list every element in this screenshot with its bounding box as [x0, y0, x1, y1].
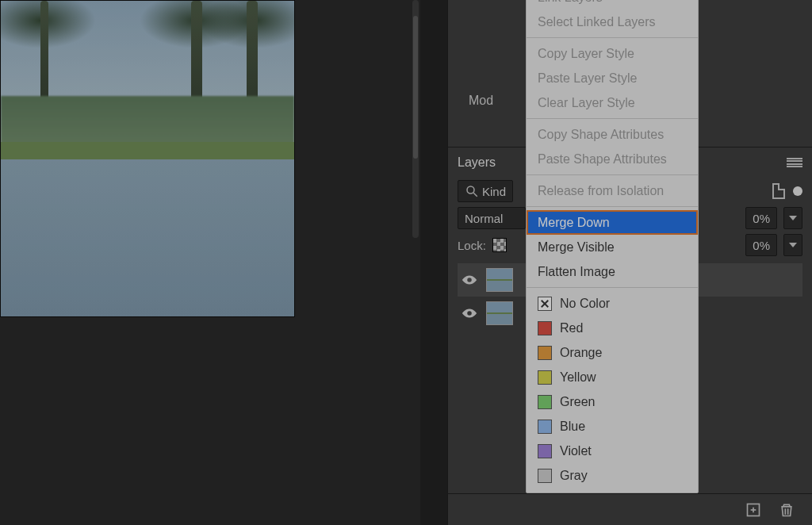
visibility-toggle[interactable]	[461, 274, 478, 286]
color-swatch	[538, 321, 552, 335]
fill-dropdown[interactable]	[783, 234, 802, 256]
menu-item-copy-shape-attributes: Copy Shape Attributes	[527, 122, 698, 147]
layer-context-menu[interactable]: Link LayersSelect Linked LayersCopy Laye…	[526, 0, 699, 493]
menu-color-gray[interactable]: Gray	[527, 463, 698, 488]
trash-icon[interactable]	[779, 502, 795, 518]
layer-thumbnail[interactable]	[486, 268, 513, 292]
color-label: Yellow	[560, 370, 596, 385]
blend-mode-select[interactable]: Normal	[458, 207, 526, 229]
eye-icon	[461, 274, 478, 286]
panel-menu-icon[interactable]	[787, 158, 802, 167]
menu-item-merge-down[interactable]: Merge Down	[527, 210, 698, 235]
menu-color-blue[interactable]: Blue	[527, 414, 698, 439]
menu-item-release-from-isolation: Release from Isolation	[527, 178, 698, 203]
menu-separator	[527, 174, 698, 175]
new-layer-icon[interactable]	[745, 502, 761, 518]
color-label: Violet	[560, 444, 592, 458]
blend-mode-value: Normal	[465, 212, 503, 225]
menu-color-green[interactable]: Green	[527, 389, 698, 414]
layer-thumbnail[interactable]	[486, 301, 513, 325]
menu-separator	[527, 287, 698, 288]
menu-item-merge-visible[interactable]: Merge Visible	[527, 235, 698, 259]
color-label: Green	[560, 395, 595, 409]
properties-mode-label: Mod	[469, 94, 493, 107]
search-icon	[465, 184, 479, 198]
menu-color-red[interactable]: Red	[527, 316, 698, 340]
menu-color-yellow[interactable]: Yellow	[527, 365, 698, 389]
menu-color-no-color[interactable]: No Color	[527, 291, 698, 316]
color-swatch	[538, 395, 552, 409]
document-icon[interactable]	[772, 183, 785, 199]
canvas-scrollbar[interactable]	[412, 0, 419, 238]
color-label: Red	[560, 321, 583, 335]
menu-item-clear-layer-style: Clear Layer Style	[527, 90, 698, 115]
menu-item-copy-layer-style: Copy Layer Style	[527, 41, 698, 66]
svg-point-0	[467, 186, 474, 194]
color-swatch	[538, 370, 552, 385]
menu-color-violet[interactable]: Violet	[527, 439, 698, 463]
lock-label: Lock:	[458, 239, 486, 252]
menu-item-paste-layer-style: Paste Layer Style	[527, 66, 698, 90]
menu-item-select-linked-layers: Select Linked Layers	[527, 10, 698, 34]
layers-panel-title: Layers	[458, 155, 496, 170]
color-swatch	[538, 469, 552, 483]
layers-panel-footer	[447, 493, 812, 525]
layer-filter-kind[interactable]: Kind	[458, 180, 513, 202]
menu-item-paste-shape-attributes: Paste Shape Attributes	[527, 147, 698, 171]
menu-separator	[527, 37, 698, 38]
document-image[interactable]	[0, 0, 295, 317]
opacity-dropdown[interactable]	[783, 207, 802, 229]
menu-color-orange[interactable]: Orange	[527, 340, 698, 365]
chevron-down-icon	[789, 216, 797, 220]
filter-toggle-icon[interactable]	[793, 186, 802, 196]
lock-transparency-icon[interactable]	[492, 238, 507, 252]
opacity-value[interactable]: 0%	[745, 207, 777, 229]
visibility-toggle[interactable]	[461, 307, 478, 320]
color-label: Gray	[560, 469, 588, 483]
chevron-down-icon	[789, 243, 797, 247]
color-swatch	[538, 346, 552, 360]
color-swatch	[538, 297, 552, 311]
menu-item-link-layers: Link Layers	[527, 0, 698, 10]
menu-separator	[527, 118, 698, 119]
menu-item-flatten-image[interactable]: Flatten Image	[527, 259, 698, 284]
opacity-value-text: 0%	[753, 212, 770, 225]
color-swatch	[538, 444, 552, 458]
color-swatch	[538, 420, 552, 434]
eye-icon	[461, 307, 478, 320]
fill-value-text: 0%	[753, 239, 770, 252]
menu-separator	[527, 206, 698, 207]
fill-value[interactable]: 0%	[745, 234, 777, 256]
color-label: Blue	[560, 420, 585, 434]
svg-line-1	[473, 193, 477, 197]
color-label: No Color	[560, 297, 610, 311]
color-label: Orange	[560, 346, 602, 360]
canvas-area	[0, 0, 420, 525]
layer-filter-label: Kind	[482, 185, 506, 198]
